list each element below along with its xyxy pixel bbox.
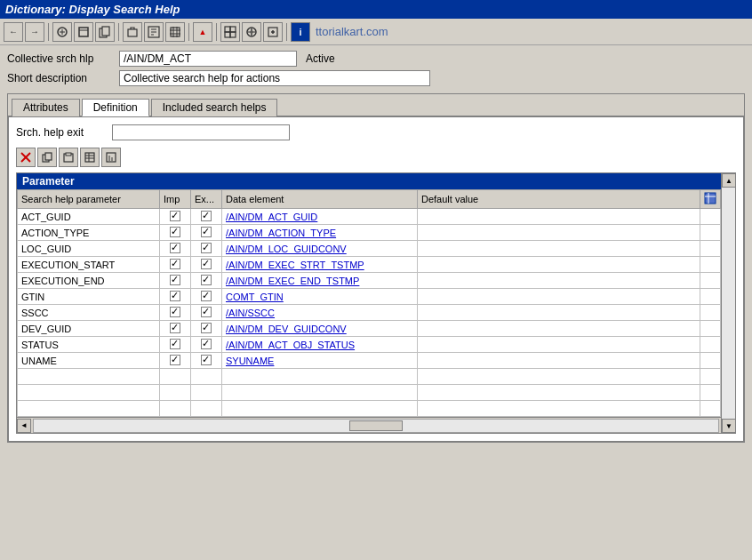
toolbar-btn-5[interactable] <box>144 22 164 42</box>
table-row: EXECUTION_END/AIN/DM_EXEC_END_TSTMP <box>18 273 721 289</box>
col-settings[interactable] <box>700 190 721 209</box>
toolbar-btn-2[interactable] <box>74 22 93 42</box>
cell-ex <box>191 401 222 417</box>
toolbar-btn-8[interactable] <box>220 22 240 42</box>
cell-imp <box>160 225 191 241</box>
table-row: UNAMESYUNAME <box>18 353 721 369</box>
cell-ex <box>191 337 222 353</box>
ex-checkbox[interactable] <box>201 211 212 221</box>
toolbar-separator-5 <box>286 23 287 41</box>
toolbar-btn-7[interactable]: ▲ <box>193 22 212 42</box>
cell-ex <box>191 353 222 369</box>
toolbar-btn-1[interactable] <box>52 22 72 42</box>
cell-imp <box>160 385 191 401</box>
cell-param <box>18 401 160 417</box>
cell-extra <box>700 209 721 225</box>
toolbar-btn-10[interactable] <box>263 22 283 42</box>
ex-checkbox[interactable] <box>201 323 212 333</box>
cell-default-value <box>418 321 700 337</box>
cell-default-value <box>418 401 700 417</box>
cell-default-value <box>418 273 700 289</box>
cell-imp <box>160 273 191 289</box>
cell-extra <box>700 305 721 321</box>
cell-ex <box>191 289 222 305</box>
cell-data-element: /AIN/DM_ACT_OBJ_STATUS <box>222 337 418 353</box>
cell-imp <box>160 369 191 385</box>
cell-extra <box>700 369 721 385</box>
imp-checkbox[interactable] <box>170 243 180 253</box>
toolbar-btn-3[interactable] <box>95 22 115 42</box>
collective-srch-hlp-input[interactable] <box>119 51 297 67</box>
tab-definition[interactable]: Definition <box>82 99 149 116</box>
mini-btn-delete[interactable] <box>16 148 36 167</box>
toolbar-btn-4[interactable] <box>123 22 142 42</box>
scroll-down-button[interactable]: ▼ <box>722 419 736 433</box>
mini-btn-table[interactable] <box>80 148 100 167</box>
cell-extra <box>700 241 721 257</box>
cell-param: SSCC <box>18 305 160 321</box>
forward-button[interactable]: → <box>25 22 44 42</box>
ex-checkbox[interactable] <box>201 339 212 349</box>
cell-ex <box>191 225 222 241</box>
svg-rect-17 <box>225 27 230 32</box>
imp-checkbox[interactable] <box>170 211 180 221</box>
cell-param: UNAME <box>18 353 160 369</box>
cell-imp <box>160 257 191 273</box>
imp-checkbox[interactable] <box>170 259 180 269</box>
ex-checkbox[interactable] <box>201 259 212 269</box>
cell-param: ACT_GUID <box>18 209 160 225</box>
cell-param: STATUS <box>18 337 160 353</box>
imp-checkbox[interactable] <box>170 323 180 333</box>
cell-default-value <box>418 353 700 369</box>
cell-ex <box>191 321 222 337</box>
col-default-value: Default value <box>418 190 700 209</box>
short-description-input[interactable] <box>119 70 430 86</box>
back-button[interactable]: ← <box>4 22 23 42</box>
table-header-row: Search help parameter Imp Ex... Data ele… <box>18 190 721 209</box>
imp-checkbox[interactable] <box>170 307 180 317</box>
imp-checkbox[interactable] <box>170 339 180 349</box>
cell-imp <box>160 401 191 417</box>
mini-btn-chart[interactable] <box>101 148 121 167</box>
scroll-up-button[interactable]: ▲ <box>722 173 736 188</box>
ex-checkbox[interactable] <box>201 291 212 301</box>
cell-extra <box>700 225 721 241</box>
parameter-table: Search help parameter Imp Ex... Data ele… <box>17 189 721 417</box>
cell-data-element: /AIN/DM_ACTION_TYPE <box>222 225 418 241</box>
tab-attributes[interactable]: Attributes <box>12 99 80 116</box>
mini-toolbar <box>16 148 736 167</box>
ex-checkbox[interactable] <box>201 227 212 237</box>
mini-btn-copy[interactable] <box>37 148 57 167</box>
cell-default-value <box>418 385 700 401</box>
cell-param: EXECUTION_END <box>18 273 160 289</box>
cell-default-value <box>418 369 700 385</box>
ex-checkbox[interactable] <box>201 355 212 365</box>
table-row: SSCC/AIN/SSCC <box>18 305 721 321</box>
svg-rect-32 <box>85 153 94 162</box>
imp-checkbox[interactable] <box>170 355 180 365</box>
ex-checkbox[interactable] <box>201 243 212 253</box>
imp-checkbox[interactable] <box>170 227 180 237</box>
info-button[interactable]: i <box>291 22 310 42</box>
imp-checkbox[interactable] <box>170 291 180 301</box>
toolbar-btn-9[interactable] <box>242 22 261 42</box>
toolbar-btn-6[interactable] <box>165 22 185 42</box>
ex-checkbox[interactable] <box>201 307 212 317</box>
table-row <box>18 369 721 385</box>
cell-imp <box>160 353 191 369</box>
mini-btn-clipboard[interactable] <box>59 148 78 167</box>
cell-ex <box>191 369 222 385</box>
imp-checkbox[interactable] <box>170 275 180 285</box>
tab-definition-content: Srch. help exit <box>8 116 744 442</box>
scroll-left-button[interactable]: ◄ <box>17 419 31 433</box>
vertical-scrollbar[interactable]: ▲ ▼ <box>721 173 735 433</box>
horizontal-scroll-track[interactable] <box>33 419 719 433</box>
ex-checkbox[interactable] <box>201 275 212 285</box>
toolbar-separator-4 <box>216 23 217 41</box>
cell-param: LOC_GUID <box>18 241 160 257</box>
cell-imp <box>160 337 191 353</box>
srch-help-exit-input[interactable] <box>112 124 290 140</box>
tab-included-search-helps[interactable]: Included search helps <box>151 99 278 116</box>
srch-help-exit-row: Srch. help exit <box>16 124 736 140</box>
svg-rect-31 <box>66 153 71 156</box>
